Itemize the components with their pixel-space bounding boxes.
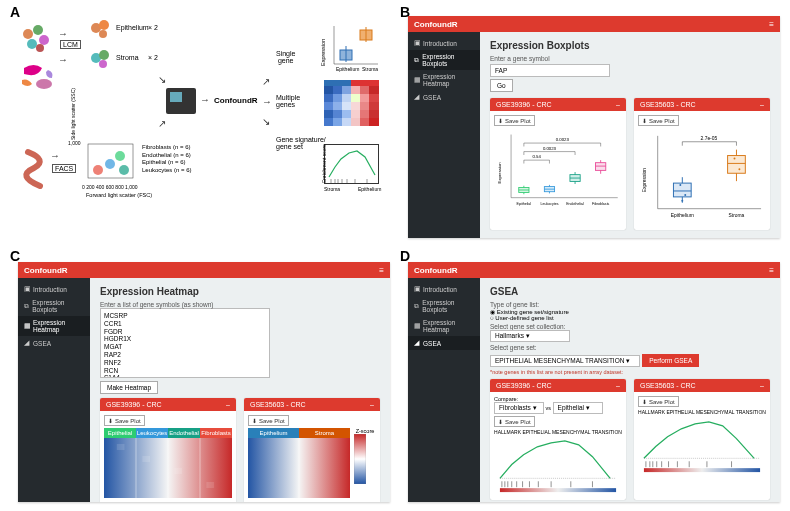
svg-rect-111 xyxy=(354,434,366,484)
genes-textarea[interactable]: MCSRP CCR1 FGDR HGDR1X MGAT RAP2 RNF2 RC… xyxy=(100,308,270,378)
gene-input[interactable]: FAP xyxy=(490,64,610,77)
save-plot-button[interactable]: ⬇Save Plot xyxy=(638,396,679,407)
compare-a-select[interactable]: Fibroblasts ▾ xyxy=(494,402,544,414)
download-icon: ⬇ xyxy=(498,117,503,124)
svg-rect-43 xyxy=(324,110,333,118)
sidebar-item-heatmap[interactable]: ▦Expression Heatmap xyxy=(18,316,90,336)
svg-rect-28 xyxy=(351,86,360,94)
sidebar-item-boxplots[interactable]: ⧉Expression Boxplots xyxy=(408,50,480,70)
svg-rect-88 xyxy=(673,183,691,197)
sidebar: ▣Introduction ⧉Expression Boxplots ▦Expr… xyxy=(18,278,90,502)
card-title: GSE39396 - CRC xyxy=(496,382,552,389)
card-collapse-icon[interactable]: – xyxy=(760,101,764,108)
boxplot-4group: 0.0023 0.0023 0.94 xyxy=(494,126,622,211)
save-plot-button[interactable]: ⬇Save Plot xyxy=(494,115,535,126)
svg-rect-23 xyxy=(324,80,351,86)
heatmap-icon: ▦ xyxy=(414,76,420,84)
svg-rect-52 xyxy=(351,118,360,126)
svg-point-16 xyxy=(119,165,129,175)
boxplot-2group: 2.7e-05 Expression Epithelium Stroma xyxy=(638,126,766,224)
svg-rect-27 xyxy=(342,86,351,94)
sidebar: ▣Introduction ⧉Expression Boxplots ▦Expr… xyxy=(408,32,480,238)
sidebar-item-intro[interactable]: ▣Introduction xyxy=(408,36,480,50)
app-title: ConfoundR xyxy=(24,266,68,275)
card-collapse-icon[interactable]: – xyxy=(616,101,620,108)
panel-c-app: ConfoundR ≡ ▣Introduction ⧉Expression Bo… xyxy=(18,262,390,502)
lcm-label: LCM xyxy=(60,40,81,49)
card-collapse-icon[interactable]: – xyxy=(760,382,764,389)
svg-rect-40 xyxy=(351,102,360,110)
make-heatmap-button[interactable]: Make Heatmap xyxy=(100,381,158,394)
boxplot-icon: ⧉ xyxy=(414,302,419,310)
svg-rect-37 xyxy=(324,102,333,110)
collection-select[interactable]: Hallmarks ▾ xyxy=(490,330,570,342)
stroma-label: Stroma xyxy=(116,54,139,61)
mini-gsea-xl: Stroma xyxy=(324,186,340,192)
svg-text:0.94: 0.94 xyxy=(533,154,542,159)
dashboard-icon: ▣ xyxy=(24,285,30,293)
card-title: GSE39396 - CRC xyxy=(496,101,552,108)
radio-userdefined[interactable]: ○ User-defined gene list xyxy=(490,315,554,321)
svg-rect-54 xyxy=(369,118,379,126)
mini-gsea-xr: Epithelium xyxy=(358,186,381,192)
gsea-plot xyxy=(638,415,766,474)
svg-rect-46 xyxy=(351,110,360,118)
single-gene-label: Single gene xyxy=(276,50,295,64)
svg-text:Stroma: Stroma xyxy=(729,213,745,218)
svg-point-8 xyxy=(99,30,107,38)
card-collapse-icon[interactable]: – xyxy=(616,382,620,389)
geneset-select[interactable]: EPITHELIAL MESENCHYMAL TRANSITION ▾ xyxy=(490,355,640,367)
go-button[interactable]: Go xyxy=(490,79,513,92)
facs-legend: Fibroblasts (n = 6) Endothelial (n = 6) … xyxy=(142,144,192,174)
sidebar-item-gsea[interactable]: ◢GSEA xyxy=(408,336,480,350)
svg-rect-32 xyxy=(333,94,342,102)
signature-label: Gene signature/ gene set xyxy=(276,136,326,150)
mini-heatmap xyxy=(324,80,379,135)
sidebar-item-heatmap[interactable]: ▦Expression Heatmap xyxy=(408,70,480,90)
compare-b-select[interactable]: Epithelial ▾ xyxy=(553,402,603,414)
vs-label: vs xyxy=(546,405,552,411)
intestine-icon xyxy=(18,148,48,192)
sidebar-item-boxplots[interactable]: ⧉Expression Boxplots xyxy=(18,296,90,316)
svg-point-91 xyxy=(684,194,686,196)
svg-point-92 xyxy=(681,200,683,202)
card-gse35603: GSE35603 - CRC– ⬇Save Plot 2.7e-05 xyxy=(634,98,770,230)
sidebar-item-gsea[interactable]: ◢GSEA xyxy=(18,336,90,350)
card-collapse-icon[interactable]: – xyxy=(370,401,374,408)
svg-rect-35 xyxy=(360,94,369,102)
svg-point-5 xyxy=(36,79,52,89)
card-collapse-icon[interactable]: – xyxy=(226,401,230,408)
save-plot-button[interactable]: ⬇Save Plot xyxy=(494,416,535,427)
svg-rect-26 xyxy=(333,86,342,94)
svg-point-13 xyxy=(93,165,103,175)
facs-yaxis: Side light scatter (SSC) xyxy=(70,88,76,140)
collection-label: Select gene set collection: xyxy=(490,323,770,330)
svg-text:2.7e-05: 2.7e-05 xyxy=(701,136,718,141)
download-icon: ⬇ xyxy=(642,398,647,405)
perform-gsea-button[interactable]: Perform GSEA xyxy=(642,354,699,367)
menu-icon[interactable]: ≡ xyxy=(379,266,384,275)
sidebar-item-gsea[interactable]: ◢GSEA xyxy=(408,90,480,104)
svg-rect-41 xyxy=(360,102,369,110)
type-label: Type of gene list: xyxy=(490,301,770,308)
sidebar: ▣Introduction ⧉Expression Boxplots ▦Expr… xyxy=(408,278,480,502)
svg-rect-51 xyxy=(342,118,351,126)
card-title: GSE39396 - CRC xyxy=(106,401,162,408)
save-plot-button[interactable]: ⬇Save Plot xyxy=(248,415,289,426)
svg-point-96 xyxy=(734,158,736,160)
menu-icon[interactable]: ≡ xyxy=(769,20,774,29)
svg-point-1 xyxy=(33,25,43,35)
save-plot-button[interactable]: ⬇Save Plot xyxy=(104,415,145,426)
sidebar-item-boxplots[interactable]: ⧉Expression Boxplots xyxy=(408,296,480,316)
save-plot-button[interactable]: ⬇Save Plot xyxy=(638,115,679,126)
sidebar-item-heatmap[interactable]: ▦Expression Heatmap xyxy=(408,316,480,336)
sidebar-item-intro[interactable]: ▣Introduction xyxy=(18,282,90,296)
hm-colhdr: Leukocytes xyxy=(136,428,168,438)
svg-rect-34 xyxy=(351,94,360,102)
gene-input-label: Enter a gene symbol xyxy=(490,55,770,62)
svg-rect-53 xyxy=(360,118,369,126)
menu-icon[interactable]: ≡ xyxy=(769,266,774,275)
sidebar-item-intro[interactable]: ▣Introduction xyxy=(408,282,480,296)
x2-a: × 2 xyxy=(148,24,158,31)
svg-text:0.0023: 0.0023 xyxy=(556,137,570,142)
